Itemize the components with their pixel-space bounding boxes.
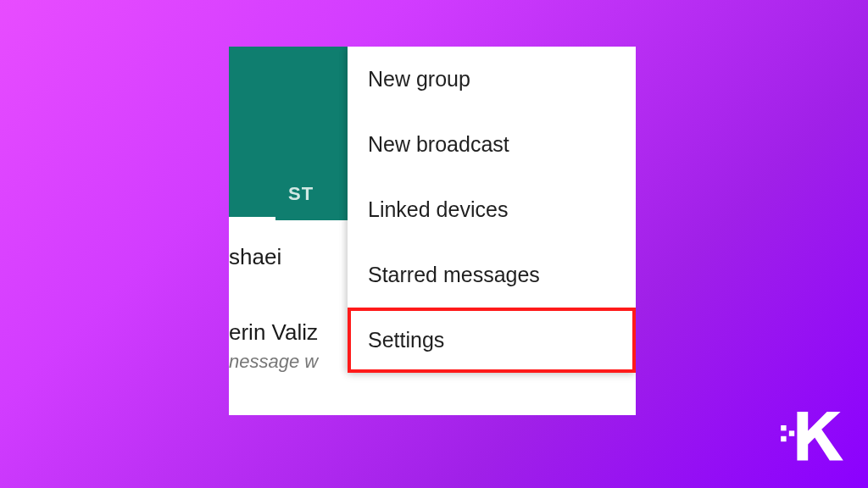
svg-rect-1 bbox=[789, 430, 794, 435]
menu-item-new-broadcast[interactable]: New broadcast bbox=[348, 112, 636, 177]
tab-label-status[interactable]: ST bbox=[288, 183, 314, 205]
watermark-logo bbox=[778, 398, 846, 466]
menu-item-linked-devices[interactable]: Linked devices bbox=[348, 177, 636, 242]
menu-item-settings[interactable]: Settings bbox=[348, 308, 636, 373]
phone-screenshot: ST shaei erin Valiz nessage w New group … bbox=[229, 47, 636, 415]
menu-item-new-group[interactable]: New group bbox=[348, 47, 636, 112]
svg-rect-0 bbox=[781, 425, 786, 430]
svg-rect-2 bbox=[781, 436, 786, 441]
tab-active-underline bbox=[229, 217, 275, 220]
menu-item-starred-messages[interactable]: Starred messages bbox=[348, 242, 636, 308]
overflow-menu: New group New broadcast Linked devices S… bbox=[348, 47, 636, 373]
